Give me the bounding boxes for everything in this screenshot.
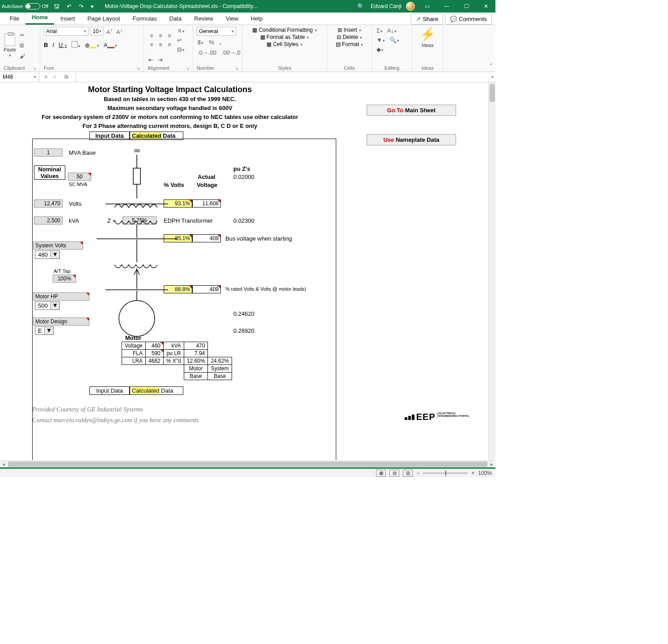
- formula-input[interactable]: [76, 72, 489, 82]
- group-clipboard: Paste ▾ ✂ ⧉ 🖌 Clipboard↘: [0, 25, 40, 72]
- expand-formula-bar-icon[interactable]: ▾: [490, 75, 495, 79]
- decrease-indent-icon[interactable]: ⇤: [148, 56, 154, 64]
- autosum-icon[interactable]: Σ▾: [376, 27, 384, 34]
- enter-formula-icon[interactable]: ✓: [53, 74, 57, 80]
- svg-rect-2: [133, 168, 140, 184]
- vertical-scrollbar[interactable]: [488, 82, 495, 460]
- grow-font-icon[interactable]: A↑: [106, 27, 114, 36]
- minimize-button[interactable]: —: [439, 1, 454, 11]
- ribbon-body: Paste ▾ ✂ ⧉ 🖌 Clipboard↘ Arial▾ 10▾: [0, 25, 495, 72]
- eep-logo: EEP ELECTRICALENGINEERING PORTAL: [405, 412, 469, 422]
- worksheet[interactable]: Motor Starting Voltage Impact Calculatio…: [0, 82, 488, 460]
- group-label-alignment: Alignment: [148, 64, 169, 71]
- alignment-buttons[interactable]: ≡≡≡≡≡≡: [148, 32, 173, 49]
- fill-color-button[interactable]: ◍▾: [85, 42, 99, 48]
- cell-styles-button[interactable]: ▦ Cell Styles ▾: [266, 41, 302, 47]
- accounting-icon[interactable]: $▾: [197, 38, 204, 46]
- use-nameplate-button[interactable]: Use Nameplate Data: [367, 134, 456, 145]
- goto-main-sheet-button[interactable]: Go To Main Sheet: [367, 105, 456, 116]
- ribbon-mode-icon[interactable]: ▭: [419, 1, 435, 11]
- align-launcher-icon[interactable]: ↘: [186, 66, 189, 71]
- ideas-button[interactable]: ⚡ Ideas: [416, 27, 440, 64]
- conditional-formatting-button[interactable]: ▦ Conditional Formatting ▾: [252, 27, 317, 33]
- font-size-select[interactable]: 10▾: [90, 27, 104, 36]
- merge-icon[interactable]: ⊟▾: [176, 46, 186, 53]
- zoom-in-button[interactable]: +: [471, 470, 474, 476]
- bold-button[interactable]: B: [44, 42, 48, 48]
- fx-icon[interactable]: fx: [62, 74, 71, 80]
- wrap-text-icon[interactable]: ↩: [176, 36, 186, 44]
- footer-line2: Contact marcelo.valdes@indsys.ge.com if …: [32, 417, 199, 424]
- tab-data[interactable]: Data: [163, 13, 188, 25]
- sort-filter-icon[interactable]: A↓▾: [386, 27, 397, 34]
- ideas-icon: ⚡: [420, 27, 435, 42]
- tab-review[interactable]: Review: [188, 13, 220, 25]
- redo-icon[interactable]: ↷: [77, 2, 85, 11]
- cells-insert-button[interactable]: ⊞ Insert ▾: [338, 27, 361, 33]
- share-button[interactable]: Share: [411, 13, 443, 25]
- group-editing: Σ▾ A↓▾ ▼▾ 🔍▾ ◆▾ Editing: [372, 25, 412, 72]
- page-break-view-button[interactable]: ▥: [403, 470, 413, 477]
- maximize-button[interactable]: ☐: [459, 1, 474, 11]
- tab-home[interactable]: Home: [25, 11, 54, 25]
- one-line-diagram: ∞: [0, 82, 340, 395]
- font-name-select[interactable]: Arial▾: [44, 27, 89, 36]
- comments-button[interactable]: Comments: [445, 13, 492, 25]
- save-icon[interactable]: 🖫: [52, 2, 61, 11]
- page-layout-view-button[interactable]: ▤: [389, 470, 399, 477]
- svg-point-13: [119, 301, 155, 336]
- underline-button[interactable]: U ▾: [59, 42, 67, 48]
- tab-file[interactable]: File: [4, 13, 25, 25]
- orientation-icon[interactable]: ⤭▾: [176, 27, 186, 34]
- cancel-formula-icon[interactable]: ✕: [44, 74, 48, 80]
- border-icon: [72, 41, 78, 47]
- cut-icon[interactable]: ✂: [19, 31, 26, 39]
- increase-indent-icon[interactable]: ⇥: [157, 56, 164, 64]
- italic-button[interactable]: I: [52, 42, 54, 48]
- borders-button[interactable]: ▾: [72, 41, 80, 49]
- clear-icon[interactable]: ◆▾: [376, 46, 385, 53]
- format-painter-icon[interactable]: 🖌: [19, 52, 26, 60]
- collapse-ribbon-icon[interactable]: ˄: [489, 62, 494, 70]
- fill-icon[interactable]: ▼▾: [376, 36, 386, 44]
- name-box[interactable]: M46▾: [0, 72, 39, 82]
- normal-view-button[interactable]: ▦: [376, 470, 386, 477]
- close-button[interactable]: ✕: [478, 1, 494, 11]
- clipboard-launcher-icon[interactable]: ↘: [33, 66, 36, 71]
- group-ideas: ⚡ Ideas Ideas: [412, 25, 444, 72]
- tab-help[interactable]: Help: [245, 13, 269, 25]
- clipboard-icon: [4, 34, 15, 46]
- group-label-editing: Editing: [376, 64, 408, 71]
- tab-formulas[interactable]: Formulas: [127, 13, 163, 25]
- user-name: Edvard Canji: [371, 3, 402, 9]
- percent-icon[interactable]: %: [208, 38, 215, 46]
- cells-delete-button[interactable]: ⊟ Delete ▾: [337, 34, 362, 40]
- group-label-styles: Styles: [246, 64, 323, 71]
- zoom-level[interactable]: 100%: [478, 470, 492, 476]
- comma-icon[interactable]: ,: [219, 38, 222, 46]
- decrease-decimal-icon[interactable]: .00→.0: [221, 49, 241, 56]
- number-format-select[interactable]: General▾: [197, 27, 236, 36]
- paste-button[interactable]: Paste ▾: [4, 34, 16, 58]
- shrink-font-icon[interactable]: A↓: [115, 27, 123, 36]
- undo-icon[interactable]: ↶: [65, 2, 73, 11]
- qat-dropdown-icon[interactable]: ▾: [89, 2, 96, 11]
- search-icon[interactable]: 🔍: [355, 2, 366, 11]
- avatar[interactable]: [406, 2, 415, 11]
- zoom-slider[interactable]: [423, 472, 468, 474]
- copy-icon[interactable]: ⧉: [19, 42, 26, 50]
- format-as-table-button[interactable]: ▦ Format as Table ▾: [260, 34, 309, 40]
- cells-format-button[interactable]: ▤ Format ▾: [336, 41, 364, 47]
- tab-insert[interactable]: Insert: [54, 13, 81, 25]
- tab-view[interactable]: View: [220, 13, 245, 25]
- tab-page-layout[interactable]: Page Layout: [81, 13, 127, 25]
- number-launcher-icon[interactable]: ↘: [235, 66, 238, 71]
- increase-decimal-icon[interactable]: .0→.00: [197, 49, 217, 56]
- group-alignment: ≡≡≡≡≡≡ ⤭▾ ↩ ⊟▾ ⇤ ⇥ Alignment↘: [144, 25, 193, 72]
- horizontal-scrollbar[interactable]: ◂▸: [0, 460, 495, 467]
- autosave-toggle[interactable]: AutoSave Off: [2, 3, 48, 9]
- find-select-icon[interactable]: 🔍▾: [389, 36, 400, 44]
- font-launcher-icon[interactable]: ↘: [136, 66, 140, 71]
- font-color-button[interactable]: A▾: [104, 42, 117, 48]
- zoom-out-button[interactable]: −: [416, 470, 419, 476]
